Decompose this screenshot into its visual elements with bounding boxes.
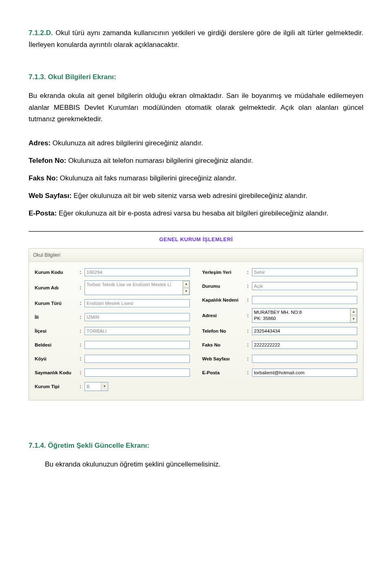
row-koyu: Köyü : <box>35 353 190 365</box>
label-kurum-kodu: Kurum Kodu <box>35 270 80 275</box>
row-eposta: E-Posta : <box>202 367 357 379</box>
section-num-713: 7.1.3. <box>29 73 46 81</box>
section-713-p1: Bu ekranda okula ait genel bilgilerin ol… <box>29 90 363 126</box>
label-adresi: Adresi <box>202 313 247 318</box>
label-yerlesim: Yerleşim Yeri <box>202 270 247 275</box>
def-adres-label: Adres: <box>29 139 51 147</box>
def-faks-text: Okulunuza ait faks numarası bilgilerini … <box>58 174 237 182</box>
field-yerlesim <box>252 268 357 276</box>
def-eposta-label: E-Posta: <box>29 209 57 217</box>
scroll-up-icon[interactable]: ▲ <box>183 281 189 287</box>
label-ilcesi: İlçesi <box>35 329 80 334</box>
row-kurum-turu: Kurum Türü : <box>35 297 190 309</box>
right-column: Yerleşim Yeri : Durumu : Kapalılık Neden… <box>202 266 357 394</box>
label-durumu: Durumu <box>202 284 247 289</box>
section-title-713: Okul Bilgileri Ekranı: <box>48 73 116 81</box>
field-kurum-turu <box>85 299 190 307</box>
chevron-down-icon: ▼ <box>101 382 108 391</box>
field-kurum-kodu <box>85 268 190 276</box>
row-beldesi: Beldesi : <box>35 339 190 351</box>
row-kurum-tipi: Kurum Tipi : B ▼ <box>35 380 190 393</box>
def-faks: Faks No: Okulunuza ait faks numarası bil… <box>29 173 363 184</box>
field-koyu <box>85 355 190 363</box>
row-durumu: Durumu : <box>202 280 357 292</box>
divider <box>29 231 363 232</box>
def-adres: Adres: Okulunuza ait adres bilgilerini g… <box>29 138 363 149</box>
label-kurum-turu: Kurum Türü <box>35 301 80 306</box>
field-kurum-adi: Torbalı Teknik Lise ve Endüstri Meslek L… <box>85 280 190 295</box>
field-ili <box>85 313 190 321</box>
label-kurum-adi: Kurum Adı <box>35 285 80 291</box>
section-713-title: 7.1.3. Okul Bilgileri Ekranı: <box>29 71 363 83</box>
label-saymanlik: Saymanlık Kodu <box>35 370 80 375</box>
section-714-title: 7.1.4. Öğretim Şekli Güncelle Ekranı: <box>29 440 363 452</box>
field-eposta[interactable] <box>252 369 357 377</box>
field-faks[interactable] <box>252 341 357 349</box>
field-saymanlik <box>85 369 190 377</box>
left-column: Kurum Kodu : Kurum Adı : Torbalı Teknik … <box>35 266 190 394</box>
def-eposta: E-Posta: Eğer okulunuza ait bir e-posta … <box>29 208 363 220</box>
label-web: Web Sayfası <box>202 356 247 362</box>
label-koyu: Köyü <box>35 356 80 362</box>
field-durumu <box>252 282 357 290</box>
section-num-712d: 7.1.2.D. <box>29 29 53 37</box>
def-eposta-text: Eğer okulunuza ait bir e-posta adresi va… <box>57 209 328 217</box>
label-eposta: E-Posta <box>202 370 247 375</box>
scroll-down-icon[interactable]: ▼ <box>350 316 357 322</box>
label-telefon: Telefon No <box>202 329 247 334</box>
scroll-down-icon[interactable]: ▼ <box>183 288 189 295</box>
def-adres-text: Okulunuza ait adres bilgilerini gireceği… <box>51 139 203 147</box>
field-telefon[interactable] <box>252 327 357 335</box>
field-adresi[interactable]: MURATBEY MH. NO:8 PK: 35860 ▲ ▼ <box>252 308 357 323</box>
section-num-714: 7.1.4. <box>29 442 46 449</box>
form-screenshot: GENEL KURUM İŞLEMLERİ Okul Bilgileri Kur… <box>29 231 363 400</box>
panel-okul-bilgileri: Okul Bilgileri Kurum Kodu : Kurum Adı : … <box>29 248 363 400</box>
app-title: GENEL KURUM İŞLEMLERİ <box>29 233 363 248</box>
def-tel: Telefon No: Okulunuza ait telefon numara… <box>29 155 363 167</box>
label-kurum-tipi: Kurum Tipi <box>35 384 80 389</box>
label-ili: İli <box>35 315 80 320</box>
row-faks: Faks No : <box>202 339 357 351</box>
row-yerlesim: Yerleşim Yeri : <box>202 266 357 278</box>
row-ili: İli : <box>35 311 190 323</box>
def-web-text: Eğer okulunuza ait bir web siteniz varsa… <box>72 192 307 200</box>
field-beldesi <box>85 341 190 349</box>
row-kapalilik: Kapalılık Nedeni : <box>202 294 357 306</box>
section-712d: 7.1.2.D. Okul türü aynı zamanda kullanıc… <box>29 27 363 51</box>
row-web: Web Sayfası : <box>202 353 357 365</box>
row-saymanlik: Saymanlık Kodu : <box>35 367 190 379</box>
label-kapalilik: Kapalılık Nedeni <box>202 298 247 303</box>
label-faks: Faks No <box>202 342 247 348</box>
row-telefon: Telefon No : <box>202 325 357 337</box>
scrollbar[interactable]: ▲ ▼ <box>183 281 189 295</box>
section-714-p1: Bu ekranda okulunuzun öğretim şeklini gü… <box>29 459 363 471</box>
field-kurum-tipi: B ▼ <box>85 382 108 391</box>
row-kurum-adi: Kurum Adı : Torbalı Teknik Lise ve Endüs… <box>35 280 190 295</box>
field-web[interactable] <box>252 355 357 363</box>
section-title-714: Öğretim Şekli Güncelle Ekranı: <box>48 442 149 449</box>
def-faks-label: Faks No: <box>29 174 58 182</box>
row-adresi: Adresi : MURATBEY MH. NO:8 PK: 35860 ▲ ▼ <box>202 308 357 323</box>
def-web-label: Web Sayfası: <box>29 192 72 200</box>
def-tel-label: Telefon No: <box>29 157 66 164</box>
row-ilcesi: İlçesi : <box>35 325 190 337</box>
section-text-712d: Okul türü aynı zamanda kullanıcının yetk… <box>29 29 363 49</box>
field-kapalilik <box>252 296 357 304</box>
def-tel-text: Okulunuza ait telefon numarası bilgileri… <box>66 157 253 164</box>
scrollbar[interactable]: ▲ ▼ <box>350 309 357 322</box>
row-kurum-kodu: Kurum Kodu : <box>35 266 190 278</box>
panel-title: Okul Bilgileri <box>29 249 363 262</box>
scroll-up-icon[interactable]: ▲ <box>350 309 357 315</box>
label-beldesi: Beldesi <box>35 342 80 348</box>
field-ilcesi <box>85 327 190 335</box>
def-web: Web Sayfası: Eğer okulunuza ait bir web … <box>29 190 363 202</box>
